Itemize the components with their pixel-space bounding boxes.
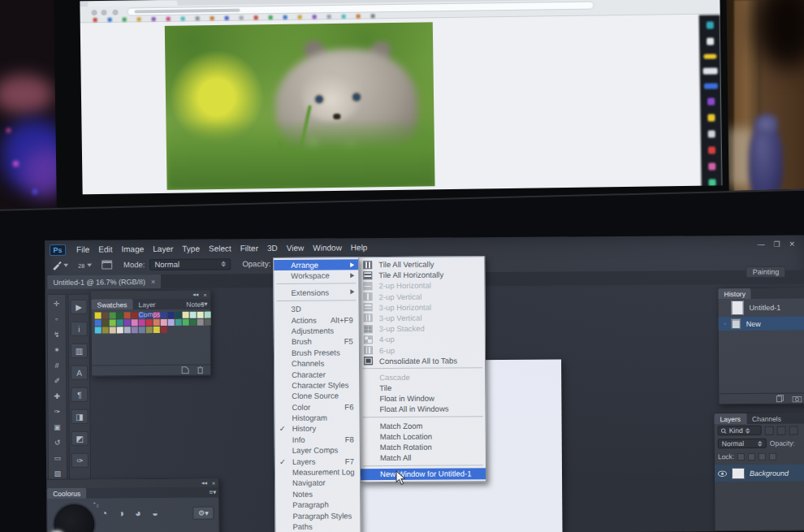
arrange-submenu-item[interactable]: Match All [361, 452, 486, 463]
bookmark-favicon[interactable] [298, 15, 302, 19]
history-source-column[interactable] [719, 320, 732, 327]
color-swatch[interactable] [205, 319, 211, 326]
menubar-item[interactable]: Layer [149, 244, 177, 253]
color-swatch[interactable] [139, 319, 145, 326]
filter-type-layers-icon[interactable] [789, 426, 798, 435]
taskbar-app-icon[interactable] [707, 37, 714, 45]
window-menu-item[interactable]: Extensions [274, 287, 358, 298]
color-swatch[interactable] [161, 327, 167, 333]
bookmark-favicon[interactable] [254, 15, 258, 19]
window-menu-item[interactable]: Paragraph [275, 500, 360, 511]
layer-row-background[interactable]: Background [715, 464, 804, 482]
color-wheel[interactable] [54, 504, 94, 532]
paragraph-styles-panel-icon[interactable]: ◩ [71, 431, 89, 446]
bookmark-favicon[interactable] [93, 18, 97, 22]
trash-icon[interactable] [197, 366, 204, 374]
mixer-icon[interactable]: ◒ [152, 507, 158, 519]
paragraph-panel-icon[interactable]: ¶ [71, 387, 88, 402]
arrange-submenu-item[interactable]: 2-up Horizontal [359, 280, 484, 292]
taskbar-app-icon[interactable] [707, 130, 715, 137]
color-swatch[interactable] [175, 319, 182, 326]
document-tab[interactable]: Untitled-1 @ 16.7% (RGB/8) × [47, 275, 162, 289]
collapse-panel-icon[interactable]: ◂◂ [192, 292, 198, 298]
menubar-item[interactable]: Help [347, 243, 372, 252]
actions-panel-icon[interactable]: ▶ [71, 300, 88, 314]
bookmark-favicon[interactable] [313, 15, 317, 19]
eyedropper-tool-icon[interactable]: ✐ [50, 375, 64, 387]
taskbar-app-icon[interactable] [707, 97, 715, 105]
color-swatch[interactable] [95, 320, 102, 327]
color-swatch[interactable] [110, 327, 116, 333]
arrange-submenu-item[interactable]: Consolidate All to Tabs [360, 355, 485, 366]
window-menu-item[interactable]: Paths [275, 521, 360, 532]
panel-tab[interactable]: Layer Comps [132, 299, 180, 309]
color-swatch[interactable] [197, 312, 204, 318]
bookmark-favicon[interactable] [225, 15, 229, 19]
menubar-item[interactable]: Image [117, 244, 148, 253]
panel-tab[interactable]: History [718, 288, 751, 299]
color-swatch[interactable] [153, 319, 160, 326]
window-menu-item[interactable]: Measurement Log [275, 466, 360, 478]
taskbar-app-icon[interactable] [703, 67, 718, 74]
new-snapshot-camera-icon[interactable] [792, 395, 802, 402]
bookmark-favicon[interactable] [240, 15, 244, 19]
arrange-submenu-item[interactable]: 3-up Horizontal [360, 301, 485, 313]
color-swatch[interactable] [102, 312, 109, 318]
info-panel-icon[interactable]: i [71, 322, 88, 336]
color-swatch[interactable] [168, 319, 175, 326]
color-swatch[interactable] [124, 312, 131, 318]
arrange-submenu-item[interactable]: Tile [360, 382, 485, 393]
arrange-submenu-item[interactable]: 4-up [360, 334, 485, 345]
color-swatch[interactable] [117, 312, 123, 318]
arrange-submenu-item[interactable]: 3-up Vertical [360, 312, 485, 323]
color-swatch[interactable] [110, 319, 116, 326]
color-swatch[interactable] [139, 327, 145, 333]
panel-menu-icon[interactable]: ≡▾ [209, 489, 216, 496]
color-swatch[interactable] [146, 319, 153, 326]
workspace-switcher[interactable]: Painting [746, 266, 786, 278]
brush-preset-picker[interactable]: 28 [78, 261, 92, 270]
window-menu-item[interactable]: Notes [275, 488, 360, 500]
color-swatch[interactable] [102, 327, 109, 333]
taskbar-app-icon[interactable] [708, 162, 715, 170]
close-panel-icon[interactable]: × [203, 292, 206, 297]
arrange-submenu-item[interactable]: 3-up Stacked [360, 322, 485, 334]
eraser-tool-icon[interactable]: ▭ [50, 452, 65, 464]
arrange-submenu-item[interactable]: Match Location [361, 430, 486, 442]
window-menu-item[interactable]: Clone Source [274, 391, 359, 402]
color-swatch[interactable] [183, 312, 189, 318]
history-state-row[interactable]: Untitled-1 [719, 298, 804, 317]
histogram-panel-icon[interactable]: ▥ [71, 344, 88, 358]
bookmark-favicon[interactable] [166, 16, 171, 20]
taskbar-app-icon[interactable] [703, 54, 716, 58]
clone-stamp-tool-icon[interactable]: ▣ [50, 422, 65, 433]
panel-tab[interactable]: Coolorus [47, 488, 86, 499]
arrange-submenu-item[interactable]: 2-up Vertical [359, 291, 484, 302]
mixer-icon[interactable]: ◑ [118, 507, 124, 519]
color-swatch[interactable] [124, 327, 131, 333]
color-swatch[interactable] [175, 312, 182, 318]
mixer-icon[interactable]: ◔ [101, 507, 107, 519]
arrange-submenu-item[interactable]: Tile All Vertically [359, 258, 484, 270]
gradient-tool-icon[interactable]: ▨ [50, 468, 65, 479]
brush-tool-icon[interactable]: ✑ [50, 406, 64, 417]
window-menu-item[interactable]: Brush Presets [274, 347, 359, 358]
window-menu-item[interactable]: Actions Alt+F9 [274, 314, 359, 326]
color-swatch[interactable] [146, 327, 153, 333]
color-swatch[interactable] [183, 319, 189, 326]
arrange-submenu-item[interactable]: Match Zoom [361, 420, 486, 431]
new-swatch-icon[interactable] [181, 366, 189, 374]
history-state-row[interactable]: New [719, 316, 804, 331]
lock-position-icon[interactable] [759, 452, 766, 460]
color-swatch[interactable] [190, 319, 197, 326]
mixer-icon[interactable]: ◕ [135, 507, 141, 519]
lock-pixels-icon[interactable] [748, 452, 755, 460]
color-swatch[interactable] [205, 312, 211, 318]
window-menu-item[interactable]: Channels [274, 357, 359, 369]
color-swatch[interactable] [110, 312, 116, 318]
back-icon[interactable] [92, 10, 97, 15]
window-menu-item[interactable]: Info F8 [275, 434, 360, 445]
new-document-from-state-icon[interactable] [776, 395, 785, 403]
reload-icon[interactable] [112, 10, 118, 15]
lock-transparency-icon[interactable] [737, 452, 745, 460]
